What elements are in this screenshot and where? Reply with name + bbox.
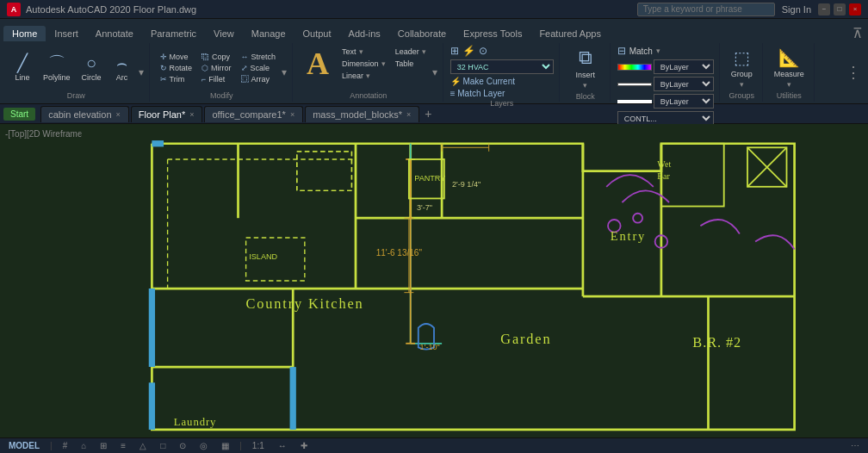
modify-group: ✛ Move ↻ Rotate ✂ Trim ⿻ Copy ⬡ (152, 43, 294, 102)
leader-button[interactable]: Leader▾ (392, 47, 430, 57)
app-icon: A (7, 3, 21, 16)
polyline-button[interactable]: ⌒ Polyline (39, 53, 75, 84)
trim-button[interactable]: ✂ Trim (157, 74, 196, 84)
signin-button[interactable]: Sign In (782, 4, 811, 15)
tab-addins[interactable]: Add-ins (340, 26, 389, 41)
ribbon-expand-handle[interactable]: ⋮ (846, 43, 865, 102)
annotation-more-button[interactable]: ▾ (432, 66, 437, 90)
ortho-button[interactable]: ⊞ (96, 441, 110, 450)
office-compare-label: office_compare1* (212, 109, 285, 120)
arc-button[interactable]: ⌢ Arc (108, 53, 136, 84)
make-current-button[interactable]: ⚡ Make Current (450, 77, 515, 86)
tab-express-tools[interactable]: Express Tools (455, 26, 530, 41)
rotate-button[interactable]: ↻ Rotate (157, 63, 196, 73)
fillet-button[interactable]: ⌐ Fillet (198, 74, 235, 84)
tab-floor-plan[interactable]: Floor Plan* × (131, 106, 203, 122)
office-compare-close[interactable]: × (289, 110, 295, 119)
snap-button[interactable]: ⌂ (78, 441, 90, 450)
measure-button[interactable]: 📐 Measure ▾ (770, 46, 809, 90)
scale-button[interactable]: ⤢ Scale (238, 63, 280, 73)
tab-mass-model[interactable]: mass_model_blocks* × (305, 106, 419, 122)
canvas-area[interactable]: -[Top][2D Wireframe] (0, 124, 868, 437)
maximize-button[interactable]: □ (834, 3, 846, 16)
ducs-button[interactable]: ⊙ (176, 441, 189, 450)
move-button[interactable]: ✛ Move (157, 52, 196, 62)
lweight-button[interactable]: ▦ (218, 441, 232, 450)
mass-model-label: mass_model_blocks* (313, 109, 402, 120)
linear-button[interactable]: Linear▾ (338, 71, 389, 81)
grid-button[interactable]: # (59, 441, 71, 450)
status-bar: MODEL | # ⌂ ⊞ ≡ △ □ ⊙ ◎ ▦ | 1:1 ↔ ✚ ⋯ (0, 437, 868, 453)
line-button[interactable]: ╱ Line (9, 53, 36, 84)
color-swatch (617, 64, 652, 71)
array-button[interactable]: ⿴ Array (238, 74, 280, 84)
customize-button[interactable]: ⋯ (847, 441, 863, 450)
utilities-group: 📐 Measure ▾ Utilities (765, 43, 815, 102)
circle-button[interactable]: ○ Circle (78, 53, 106, 84)
floor-plan-svg: Country Kitchen Garden Entry Wet Bar B.R… (0, 124, 868, 437)
tab-view[interactable]: View (205, 26, 243, 41)
color-selector[interactable]: ByLayer (654, 59, 714, 74)
dimension-button[interactable]: Dimension▾ (338, 59, 389, 69)
tab-output[interactable]: Output (294, 26, 340, 41)
match-properties-button[interactable]: Match (629, 47, 653, 56)
groups-panel: ⬚ Group ▾ Groups (722, 43, 763, 102)
doc-tabs: Start cabin elevation × Floor Plan* × of… (0, 103, 868, 124)
workspace-button[interactable]: ✚ (297, 441, 311, 450)
start-tab[interactable]: Start (3, 108, 35, 121)
mass-model-close[interactable]: × (406, 110, 412, 119)
scale-display[interactable]: 1:1 (249, 441, 268, 450)
stretch-button[interactable]: ↔ Stretch (238, 52, 280, 62)
polar-button[interactable]: ≡ (117, 441, 129, 450)
mirror-button[interactable]: ⬡ Mirror (198, 63, 235, 73)
search-input[interactable] (637, 3, 775, 16)
trim-icon: ✂ (160, 75, 167, 84)
tab-manage[interactable]: Manage (243, 26, 294, 41)
tab-collaborate[interactable]: Collaborate (389, 26, 455, 41)
title-left: A Autodesk AutoCAD 2020 Floor Plan.dwg (7, 3, 196, 16)
otrack-button[interactable]: □ (157, 441, 169, 450)
floor-plan-close[interactable]: × (189, 110, 195, 119)
tab-home[interactable]: Home (3, 26, 46, 41)
match-properties-dropdown[interactable]: ▾ (656, 47, 660, 55)
tab-office-compare[interactable]: office_compare1* × (204, 106, 303, 122)
scale-icon: ⤢ (241, 64, 248, 72)
modify-more-button[interactable]: ▾ (282, 66, 287, 90)
copy-button[interactable]: ⿻ Copy (198, 52, 235, 62)
cabin-elevation-close[interactable]: × (115, 110, 121, 119)
layer-selector[interactable]: 32 HVAC 0 Defpoints (450, 59, 554, 74)
add-tab-button[interactable]: + (421, 107, 435, 121)
svg-text:Country Kitchen: Country Kitchen (246, 295, 364, 312)
isnap-button[interactable]: △ (136, 441, 150, 450)
text-large-button[interactable]: A (300, 45, 336, 81)
group-button[interactable]: ⬚ Group ▾ (727, 46, 757, 90)
tab-featured-apps[interactable]: Featured Apps (530, 26, 610, 41)
tab-cabin-elevation[interactable]: cabin elevation × (40, 106, 129, 122)
lineweight-selector[interactable]: ByLayer (654, 94, 714, 109)
title-bar: A Autodesk AutoCAD 2020 Floor Plan.dwg S… (0, 0, 868, 19)
match-layer-button[interactable]: ≡ Match Layer (450, 89, 505, 98)
svg-text:2'-9 1/4": 2'-9 1/4" (452, 180, 480, 189)
ribbon-expand-icon[interactable]: ⊼ (852, 25, 863, 41)
draw-group: ╱ Line ⌒ Polyline ○ Circle ⌢ Arc ▾ Draw (3, 43, 150, 102)
measure-label: Measure (774, 70, 804, 78)
dynmode-button[interactable]: ◎ (196, 441, 211, 450)
model-space-button[interactable]: MODEL (5, 441, 43, 450)
close-button[interactable]: × (849, 3, 861, 16)
linetype-selector[interactable]: ByLayer (654, 77, 714, 91)
svg-text:Entry: Entry (611, 229, 646, 243)
table-button[interactable]: Table (392, 59, 430, 69)
ribbon-content: ╱ Line ⌒ Polyline ○ Circle ⌢ Arc ▾ Draw (0, 41, 868, 103)
annotation-scale[interactable]: ↔ (275, 441, 290, 450)
block-group: ⧉ Insert ▾ Block (561, 43, 611, 102)
minimize-button[interactable]: − (818, 3, 830, 16)
layer-freeze-icon: ⚡ (462, 45, 475, 57)
polyline-icon: ⌒ (48, 54, 65, 71)
tab-insert[interactable]: Insert (46, 26, 87, 41)
draw-more-button[interactable]: ▾ (139, 66, 144, 90)
text-button[interactable]: Text▾ (338, 47, 389, 57)
insert-button[interactable]: ⧉ Insert ▾ (567, 45, 604, 91)
arc-label: Arc (116, 73, 128, 82)
tab-parametric[interactable]: Parametric (142, 26, 205, 41)
tab-annotate[interactable]: Annotate (87, 26, 142, 41)
